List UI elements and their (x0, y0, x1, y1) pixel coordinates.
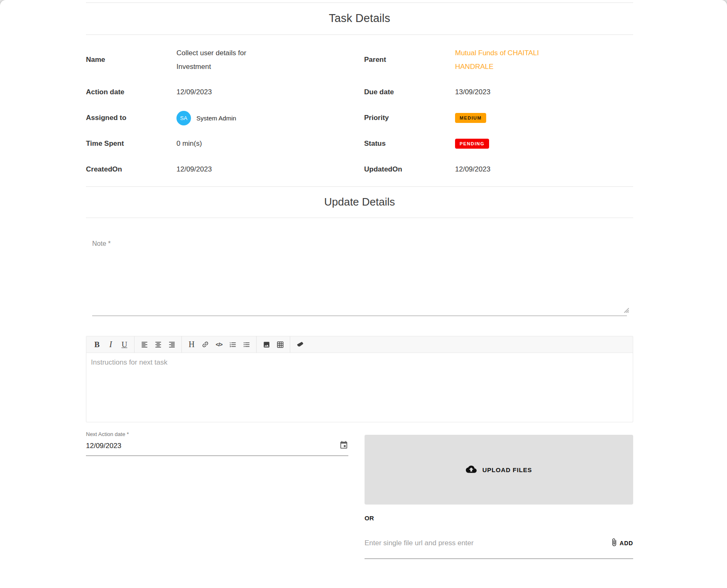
name-label: Name (86, 40, 176, 79)
upload-files-label: UPLOAD FILES (482, 466, 532, 473)
add-url-button[interactable]: ADD (610, 538, 633, 548)
priority-badge: MEDIUM (455, 113, 486, 123)
toolbar-group-align (135, 336, 182, 353)
align-right-icon[interactable] (165, 338, 179, 351)
time-spent-label: Time Spent (86, 131, 176, 157)
assignee-name: System Admin (196, 115, 236, 122)
name-value: Collect user details for Investment (176, 46, 282, 74)
created-on-value: 12/09/2023 (176, 165, 212, 174)
note-textarea[interactable]: Note * (92, 218, 627, 316)
status-badge: PENDING (455, 139, 489, 149)
parent-link[interactable]: Mutual Funds of CHAITALI HANDRALE (455, 46, 571, 74)
upload-files-button[interactable]: UPLOAD FILES (365, 435, 633, 505)
note-label: Note * (92, 240, 110, 247)
editor-toolbar: B I U H (86, 336, 633, 353)
task-details-grid: Name Collect user details for Investment… (86, 35, 633, 186)
toolbar-group-insert: H </> (182, 336, 257, 353)
assigned-to-label: Assigned to (86, 105, 176, 131)
paperclip-icon (610, 538, 618, 548)
due-date-value: 13/09/2023 (455, 88, 490, 96)
updated-on-value: 12/09/2023 (455, 165, 490, 174)
priority-label: Priority (364, 105, 455, 131)
toolbar-group-media (257, 336, 290, 353)
editor-content[interactable]: Instructions for next task (86, 353, 633, 422)
created-on-label: CreatedOn (86, 157, 176, 182)
next-action-date-label: Next Action date * (86, 431, 348, 437)
cloud-upload-icon (466, 464, 477, 476)
time-spent-value: 0 min(s) (176, 140, 202, 148)
bold-button[interactable]: B (90, 338, 104, 351)
update-details-title: Update Details (86, 187, 633, 218)
next-action-date-field: Next Action date * (86, 422, 348, 574)
or-text: OR (365, 514, 633, 522)
link-icon[interactable] (198, 338, 212, 351)
updated-on-label: UpdatedOn (364, 157, 455, 182)
file-url-row: ADD (365, 528, 633, 559)
action-date-value: 12/09/2023 (176, 88, 212, 96)
table-icon[interactable] (273, 338, 287, 351)
toolbar-group-clear (290, 336, 310, 353)
due-date-label: Due date (364, 79, 455, 105)
attachments-area: UPLOAD FILES OR ADD (365, 422, 633, 574)
heading-button[interactable]: H (185, 338, 198, 351)
eraser-icon[interactable] (293, 338, 307, 351)
toolbar-group-text-style: B I U (87, 336, 135, 353)
page-title: Task Details (86, 3, 633, 34)
code-icon[interactable]: </> (212, 338, 226, 351)
next-action-date-input[interactable] (86, 442, 339, 450)
unordered-list-icon[interactable] (240, 338, 253, 351)
parent-label: Parent (364, 40, 455, 79)
align-center-icon[interactable] (151, 338, 165, 351)
rich-text-editor: B I U H (86, 336, 633, 422)
image-icon[interactable] (259, 338, 273, 351)
ordered-list-icon[interactable] (226, 338, 240, 351)
task-details-card: Task Details Name Collect user details f… (0, 0, 727, 588)
underline-button[interactable]: U (117, 338, 131, 351)
file-url-input[interactable] (365, 539, 610, 547)
action-date-label: Action date (86, 79, 176, 105)
calendar-icon[interactable] (339, 441, 348, 451)
resize-grip-icon[interactable] (623, 307, 629, 315)
italic-button[interactable]: I (104, 338, 117, 351)
status-label: Status (364, 131, 455, 157)
add-url-label: ADD (619, 540, 633, 546)
align-left-icon[interactable] (137, 338, 151, 351)
avatar: SA (176, 111, 191, 125)
